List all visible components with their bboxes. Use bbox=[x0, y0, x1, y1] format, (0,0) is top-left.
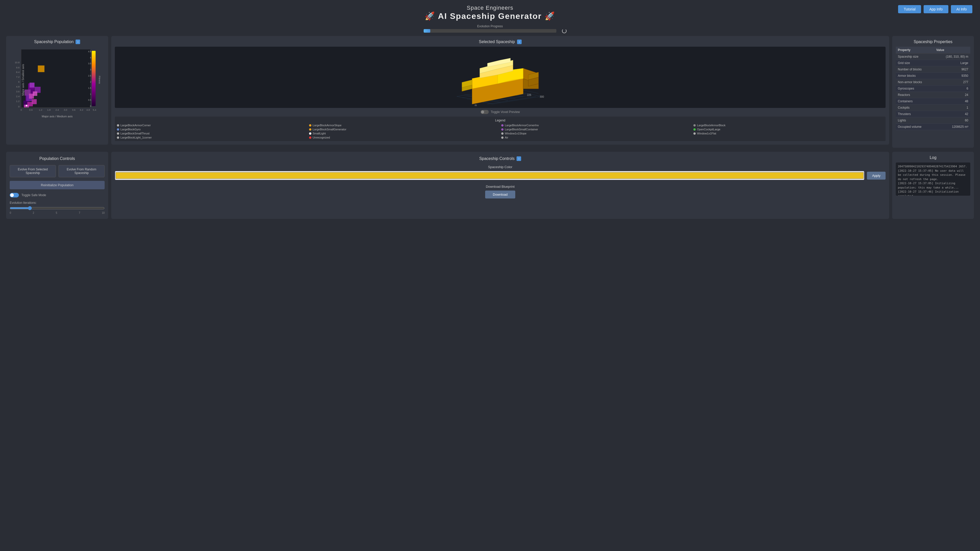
iterations-slider-wrap: 0 2 5 7 10 bbox=[10, 206, 105, 214]
svg-text:1.8: 1.8 bbox=[47, 108, 51, 111]
log-entry: [2022-10-27 15:37:46] Initialization com… bbox=[898, 190, 968, 196]
svg-text:0: 0 bbox=[21, 108, 22, 111]
legend-dot-5 bbox=[309, 128, 311, 130]
legend-dot-2 bbox=[501, 124, 504, 127]
property-row-6: Reactors24 bbox=[896, 92, 970, 98]
property-row-4: Non-armor blocks277 bbox=[896, 79, 970, 86]
chart-x-label: Major axis / Medium axis bbox=[10, 115, 105, 118]
progress-bar-wrap bbox=[424, 29, 556, 33]
spaceship-controls-panel: Spaceship Controls i Spaceship Color App… bbox=[111, 152, 889, 219]
svg-text:1.2: 1.2 bbox=[16, 100, 20, 103]
legend-dot-6 bbox=[501, 128, 504, 130]
svg-text:2: 2 bbox=[90, 81, 91, 83]
legend-grid: LargeBlockArmorCorner LargeBlockArmorSlo… bbox=[117, 124, 883, 139]
log-content[interactable]: 20475809042102937489402874175423904 2657… bbox=[896, 162, 970, 196]
app-info-button[interactable]: App Info bbox=[924, 5, 948, 13]
property-value-0: (180, 310, 80) m bbox=[934, 54, 970, 60]
property-name-4: Non-armor blocks bbox=[896, 79, 934, 86]
property-value-11: 1208625 m³ bbox=[934, 124, 970, 130]
svg-text:1.5: 1.5 bbox=[88, 87, 91, 89]
svg-rect-29 bbox=[30, 83, 35, 88]
property-row-1: Grid sizeLarge bbox=[896, 60, 970, 66]
property-row-10: Lights60 bbox=[896, 118, 970, 124]
properties-col-value: Value bbox=[934, 47, 970, 54]
property-name-0: Spaceship size bbox=[896, 54, 934, 60]
svg-text:300: 300 bbox=[540, 95, 544, 98]
toggle-voxel-label: Toggle Voxel Preview bbox=[491, 110, 520, 114]
selected-spaceship-panel: Selected Spaceship i bbox=[111, 36, 889, 144]
svg-text:Fitness: Fitness bbox=[98, 76, 101, 84]
property-name-10: Lights bbox=[896, 118, 934, 124]
legend-item-4: LargeBlockGyro bbox=[117, 128, 307, 131]
selected-spaceship-info-button[interactable]: i bbox=[517, 40, 522, 44]
legend-dot-14 bbox=[501, 137, 504, 139]
population-panel-title: Spaceship Population i bbox=[10, 40, 105, 44]
evolve-selected-button[interactable]: Evolve From Selected Spaceship bbox=[10, 165, 56, 177]
property-name-11: Occupied volume bbox=[896, 124, 934, 130]
legend-dot-9 bbox=[309, 132, 311, 135]
legend-item-3: LargeBlockArmorBlock bbox=[694, 124, 883, 127]
download-button[interactable]: Download bbox=[485, 191, 515, 198]
progress-bar-inner bbox=[424, 29, 430, 33]
log-title: Log bbox=[896, 156, 970, 160]
legend-area: Legend LargeBlockArmorCorner LargeBlockA… bbox=[115, 117, 886, 141]
svg-text:5.4: 5.4 bbox=[93, 108, 96, 111]
evolve-random-button[interactable]: Evolve From Random Spaceship bbox=[59, 165, 105, 177]
property-row-3: Armor blocks9350 bbox=[896, 73, 970, 79]
property-value-9: 42 bbox=[934, 111, 970, 118]
iterations-label: Evolution Iterations: bbox=[10, 201, 105, 205]
spinner-icon bbox=[562, 29, 566, 33]
property-name-6: Reactors bbox=[896, 92, 934, 98]
svg-text:3.6: 3.6 bbox=[16, 90, 20, 93]
properties-col-property: Property bbox=[896, 47, 934, 54]
properties-title: Spaceship Properties bbox=[896, 40, 970, 44]
slider-ticks: 0 2 5 7 10 bbox=[10, 211, 105, 214]
property-row-7: Containers48 bbox=[896, 98, 970, 105]
chart-y-label: Major axis / Smallest axis bbox=[21, 64, 24, 96]
svg-text:6: 6 bbox=[18, 80, 19, 83]
toggle-voxel-switch[interactable] bbox=[480, 110, 489, 114]
log-entry: 20475809042102937489402874175423904 2657… bbox=[898, 165, 968, 169]
legend-item-12: LargeBlockLight_1corner bbox=[117, 136, 307, 139]
legend-title: Legend bbox=[117, 119, 883, 122]
svg-text:3.0: 3.0 bbox=[64, 108, 67, 111]
spaceship-controls-info-button[interactable]: i bbox=[517, 156, 521, 161]
log-entry: [2022-10-27 15:37:05] No user data will … bbox=[898, 169, 968, 182]
svg-text:4.8: 4.8 bbox=[16, 85, 20, 88]
svg-rect-34 bbox=[38, 65, 45, 72]
property-value-7: 48 bbox=[934, 98, 970, 105]
legend-item-9: SmallLight bbox=[309, 132, 499, 135]
ai-info-button[interactable]: AI Info bbox=[951, 5, 972, 13]
color-picker[interactable] bbox=[115, 171, 864, 180]
svg-text:4.2: 4.2 bbox=[80, 108, 83, 111]
svg-text:0.5: 0.5 bbox=[88, 99, 91, 101]
header-buttons: Tutorial App Info AI Info bbox=[898, 5, 972, 13]
legend-dot-4 bbox=[117, 128, 119, 130]
selected-spaceship-title: Selected Spaceship i bbox=[115, 40, 886, 44]
color-label: Spaceship Color bbox=[115, 165, 886, 169]
svg-text:0.6: 0.6 bbox=[29, 108, 33, 111]
svg-text:4: 4 bbox=[90, 56, 91, 59]
reinitialize-button[interactable]: Reinitialize Population bbox=[10, 181, 105, 189]
safe-mode-label: Toggle Safe Mode bbox=[21, 193, 46, 197]
apply-button[interactable]: Apply bbox=[867, 171, 886, 179]
legend-dot-0 bbox=[117, 124, 119, 127]
safe-mode-toggle[interactable] bbox=[10, 193, 19, 197]
property-value-3: 9350 bbox=[934, 73, 970, 79]
progress-label: Evolution Progress bbox=[0, 24, 980, 28]
main-grid: Spaceship Population i Major axis / Smal… bbox=[0, 36, 980, 152]
legend-dot-1 bbox=[309, 124, 311, 127]
property-value-8: 1 bbox=[934, 105, 970, 111]
legend-item-13: Unrecognized bbox=[309, 136, 499, 139]
population-info-button[interactable]: i bbox=[76, 40, 80, 44]
property-value-10: 60 bbox=[934, 118, 970, 124]
property-name-8: Cockpits bbox=[896, 105, 934, 111]
log-panel: Log 20475809042102937489402874175423904 … bbox=[892, 152, 974, 219]
tutorial-button[interactable]: Tutorial bbox=[898, 5, 921, 13]
legend-item-14: Air bbox=[501, 136, 691, 139]
properties-scroll[interactable]: Property Value Spaceship size(180, 310, … bbox=[896, 47, 970, 130]
safe-mode-row: Toggle Safe Mode bbox=[10, 193, 105, 197]
legend-dot-10 bbox=[501, 132, 504, 135]
legend-item-8: LargeBlockSmallThrust bbox=[117, 132, 307, 135]
iterations-slider[interactable] bbox=[10, 206, 105, 210]
